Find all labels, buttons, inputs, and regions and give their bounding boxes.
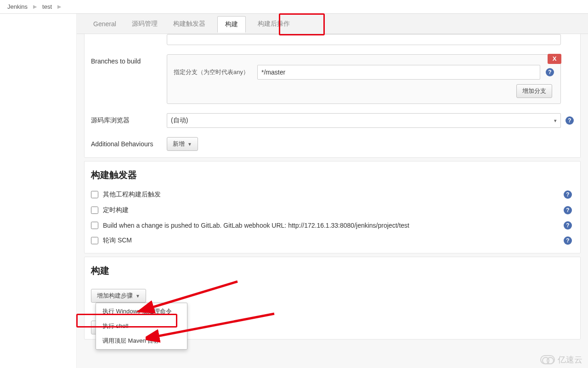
- delete-branch-button[interactable]: X: [548, 54, 561, 64]
- tab-general[interactable]: General: [90, 16, 120, 32]
- repo-browser-select[interactable]: (自动) ▾: [167, 113, 561, 128]
- branch-field-label: 指定分支（为空时代表any）: [174, 68, 252, 76]
- caret-down-icon: ▼: [136, 293, 140, 299]
- tab-triggers[interactable]: 构建触发器: [170, 15, 209, 33]
- help-icon[interactable]: ?: [564, 236, 572, 245]
- trigger-gitlab-row: Build when a change is pushed to GitLab.…: [91, 218, 574, 233]
- tab-scm[interactable]: 源码管理: [128, 15, 161, 33]
- build-section: 构建 增加构建步骤 ▼ 执行 Windows 批处理命令 执行 shell 调用…: [84, 257, 581, 339]
- add-behaviour-button[interactable]: 新增 ▼: [167, 137, 198, 151]
- addl-behaviours-label: Additional Behaviours: [91, 137, 167, 148]
- trigger-cron-label: 定时构建: [103, 206, 129, 214]
- help-icon[interactable]: ?: [564, 221, 572, 230]
- help-icon[interactable]: ?: [546, 68, 554, 76]
- build-title: 构建: [91, 264, 574, 277]
- tab-post[interactable]: 构建后操作: [254, 15, 294, 33]
- triggers-section: 构建触发器 其他工程构建后触发 ? 定时构建 ? Build when a ch…: [84, 161, 581, 253]
- left-gutter: [0, 14, 76, 368]
- empty-label: [91, 34, 167, 37]
- help-icon[interactable]: ?: [564, 190, 572, 199]
- watermark-text: 亿速云: [558, 354, 582, 365]
- chevron-right-icon: ▶: [33, 4, 37, 10]
- chevron-down-icon: ▾: [554, 118, 557, 124]
- repo-browser-label: 源码库浏览器: [91, 113, 167, 125]
- trigger-poll-row: 轮询 SCM ?: [91, 233, 574, 248]
- add-branch-button[interactable]: 增加分支: [516, 84, 552, 98]
- watermark: 亿速云: [540, 354, 582, 365]
- help-icon[interactable]: ?: [565, 116, 574, 125]
- menu-item-win-batch[interactable]: 执行 Windows 批处理命令: [96, 304, 187, 319]
- menu-item-shell[interactable]: 执行 shell: [96, 319, 187, 334]
- trigger-after-other-checkbox[interactable]: [91, 191, 98, 198]
- repo-browser-value: (自动): [171, 116, 188, 125]
- breadcrumb-root[interactable]: Jenkins: [7, 3, 28, 10]
- add-behaviour-label: 新增: [173, 140, 185, 148]
- trigger-after-other-label: 其他工程构建后触发: [103, 190, 161, 199]
- branch-input[interactable]: [257, 65, 540, 80]
- chevron-right-icon: ▶: [57, 4, 61, 10]
- build-step-menu: 执行 Windows 批处理命令 执行 shell 调用顶层 Maven 目标: [96, 303, 187, 350]
- add-branch-label: 增加分支: [522, 87, 546, 95]
- triggers-title: 构建触发器: [91, 169, 574, 181]
- trigger-gitlab-checkbox[interactable]: [91, 222, 98, 229]
- add-build-step-label: 增加构建步骤: [97, 292, 133, 300]
- trigger-poll-checkbox[interactable]: [91, 237, 98, 244]
- add-build-step-button[interactable]: 增加构建步骤 ▼: [91, 289, 146, 303]
- branches-box: X 指定分支（为空时代表any） ? 增加分支: [167, 54, 561, 104]
- trigger-gitlab-label: Build when a change is pushed to GitLab.…: [103, 222, 409, 229]
- trigger-cron-row: 定时构建 ?: [91, 202, 574, 218]
- trigger-cron-checkbox[interactable]: [91, 207, 98, 214]
- branches-label: Branches to build: [91, 54, 167, 65]
- trigger-poll-label: 轮询 SCM: [103, 236, 132, 245]
- breadcrumb: Jenkins ▶ test ▶: [0, 0, 588, 14]
- trigger-after-other-row: 其他工程构建后触发 ?: [91, 187, 574, 202]
- caret-down-icon: ▼: [187, 142, 192, 147]
- scm-section: Branches to build X 指定分支（为空时代表any） ? 增加分…: [84, 34, 581, 158]
- help-icon[interactable]: ?: [564, 206, 572, 214]
- breadcrumb-item[interactable]: test: [42, 3, 52, 10]
- tab-build[interactable]: 构建: [217, 16, 246, 33]
- prev-config-box: [167, 34, 561, 45]
- watermark-icon: [540, 355, 555, 364]
- config-tabs: General 源码管理 构建触发器 构建 构建后操作: [77, 14, 588, 34]
- menu-item-maven[interactable]: 调用顶层 Maven 目标: [96, 334, 187, 348]
